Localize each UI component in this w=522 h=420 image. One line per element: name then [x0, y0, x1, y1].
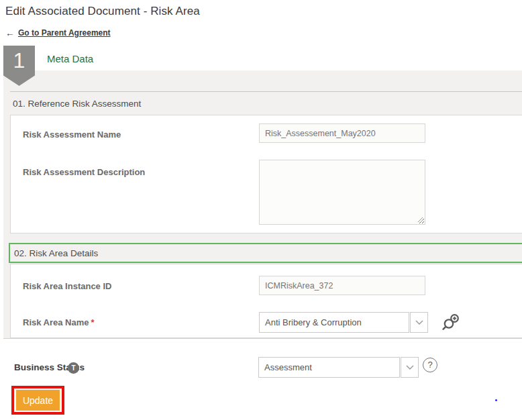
- meta-data-container: 01. Reference Risk Assessment Risk Asses…: [3, 70, 522, 339]
- risk-assessment-name-label: Risk Assessment Name: [23, 129, 121, 140]
- risk-area-instance-id-input[interactable]: [259, 276, 425, 295]
- risk-area-details-panel: Risk Area Instance ID Risk Area Name* An…: [10, 264, 522, 338]
- update-button[interactable]: Update: [16, 390, 60, 411]
- risk-area-name-label: Risk Area Name*: [23, 317, 95, 327]
- step-label-meta-data: Meta Data: [47, 53, 93, 64]
- arrow-left-icon: ←: [5, 28, 15, 38]
- artifact-dot: [495, 399, 497, 401]
- section-header-risk-area-details: 02. Risk Area Details: [9, 243, 522, 263]
- search-plus-icon[interactable]: [441, 313, 460, 331]
- go-to-parent-agreement-link[interactable]: ← Go to Parent Agreement: [5, 28, 111, 38]
- chevron-down-icon[interactable]: [401, 357, 419, 378]
- chevron-down-icon[interactable]: [410, 312, 428, 333]
- t-badge-icon: T: [68, 362, 79, 374]
- business-status-selected-value: Assessment: [258, 357, 400, 378]
- page-title: Edit Associated Document - Risk Area: [5, 5, 200, 18]
- risk-assessment-description-label: Risk Assessment Description: [23, 167, 145, 177]
- step-number: 1: [3, 46, 35, 75]
- business-status-select[interactable]: Assessment: [258, 357, 419, 378]
- required-asterisk: *: [91, 317, 95, 327]
- risk-area-name-select[interactable]: Anti Bribery & Corruption: [259, 312, 428, 333]
- risk-assessment-name-input[interactable]: [259, 123, 425, 143]
- risk-area-instance-id-label: Risk Area Instance ID: [23, 281, 111, 291]
- back-link-label: Go to Parent Agreement: [18, 28, 111, 38]
- risk-assessment-description-textarea[interactable]: [259, 160, 425, 225]
- reference-risk-assessment-panel: Risk Assessment Name Risk Assessment Des…: [10, 115, 522, 233]
- risk-area-name-selected-value: Anti Bribery & Corruption: [259, 312, 409, 333]
- help-circle-icon[interactable]: ?: [423, 358, 437, 372]
- section-header-reference-risk-assessment: 01. Reference Risk Assessment: [10, 91, 522, 115]
